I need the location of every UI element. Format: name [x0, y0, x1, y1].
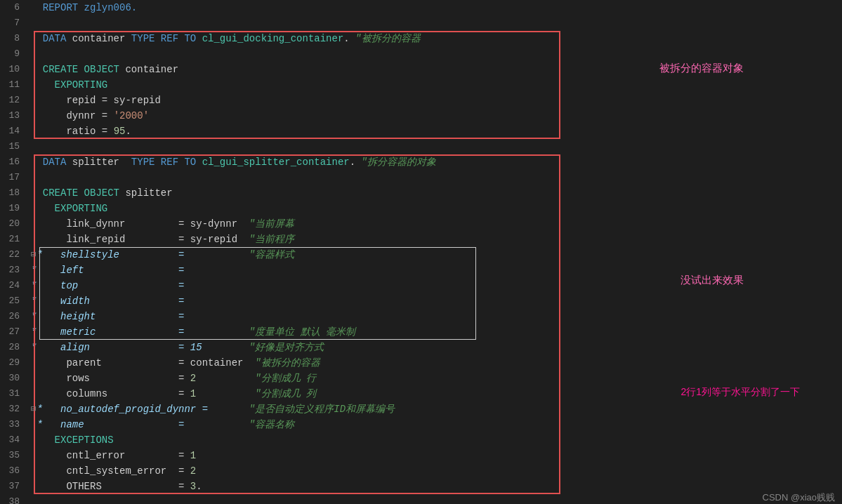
line-number: 38 — [0, 494, 28, 504]
line-number: 19 — [0, 201, 28, 216]
line-content: * align = 15 "好像是对齐方式 — [28, 340, 842, 355]
line-content — [28, 494, 842, 504]
line-content: rows = 2 "分割成几 行 — [28, 371, 842, 386]
table-row: 7 — [0, 15, 842, 31]
line-content — [28, 46, 842, 62]
line-number: 24 — [0, 278, 28, 293]
line-content: * height = — [28, 309, 842, 324]
table-row: 29 parent = container "被拆分的容器 — [0, 355, 842, 371]
line-content — [28, 170, 842, 185]
line-number: 8 — [0, 31, 28, 46]
table-row: 8 DATA container TYPE REF TO cl_gui_dock… — [0, 31, 842, 46]
line-number: 18 — [0, 185, 28, 201]
table-row: 18 CREATE OBJECT splitter — [0, 185, 842, 201]
line-content: DATA splitter TYPE REF TO cl_gui_splitte… — [28, 154, 842, 170]
table-row: 21 link_repid = sy-repid "当前程序 — [0, 232, 842, 247]
line-number: 29 — [0, 355, 28, 371]
line-content: EXCEPTIONS — [28, 432, 842, 448]
line-content: * no_autodef_progid_dynnr = "是否自动定义程序ID和… — [28, 402, 842, 417]
line-number: 13 — [0, 108, 28, 124]
table-row: 16 DATA splitter TYPE REF TO cl_gui_spli… — [0, 154, 842, 170]
line-content: * name = "容器名称 — [28, 417, 842, 432]
line-content: repid = sy-repid — [28, 93, 842, 108]
line-content: * shellstyle = "容器样式 — [28, 247, 842, 263]
line-number: 9 — [0, 46, 28, 62]
table-row: 36 cntl_system_error = 2 — [0, 463, 842, 479]
annotation-two-rows: 2行1列等于水平分割了一下 — [680, 386, 800, 399]
table-row: 32 * no_autodef_progid_dynnr = "是否自动定义程序… — [0, 402, 842, 417]
line-number: 6 — [0, 0, 28, 15]
line-number: 32 — [0, 402, 28, 417]
table-row: 22 * shellstyle = "容器样式 — [0, 247, 842, 263]
line-content: dynnr = '2000' — [28, 108, 842, 124]
table-row: 37 OTHERS = 3. — [0, 479, 842, 494]
line-content: ratio = 95. — [28, 124, 842, 139]
table-row: 12 repid = sy-repid — [0, 93, 842, 108]
table-row: 35 cntl_error = 1 — [0, 448, 842, 463]
code-lines: 6 REPORT zglyn006.7 8 DATA container TYP… — [0, 0, 842, 504]
line-number: 14 — [0, 124, 28, 139]
table-row: 15 — [0, 139, 842, 154]
annotation-no-effect: 没试出来效果 — [680, 274, 744, 287]
line-number: 25 — [0, 293, 28, 309]
line-number: 17 — [0, 170, 28, 185]
table-row: 27* metric = "度量单位 默认 毫米制 — [0, 324, 842, 340]
line-content: EXPORTING — [28, 201, 842, 216]
line-content: CREATE OBJECT splitter — [28, 185, 842, 201]
line-number: 7 — [0, 15, 28, 31]
table-row: 30 rows = 2 "分割成几 行 — [0, 371, 842, 386]
table-row: 28* align = 15 "好像是对齐方式 — [0, 340, 842, 355]
line-number: 37 — [0, 479, 28, 494]
line-number: 23 — [0, 263, 28, 278]
line-number: 21 — [0, 232, 28, 247]
line-number: 15 — [0, 139, 28, 154]
line-number: 34 — [0, 432, 28, 448]
table-row: 19 EXPORTING — [0, 201, 842, 216]
table-row: 14 ratio = 95. — [0, 124, 842, 139]
table-row: 11 EXPORTING — [0, 77, 842, 93]
table-row: 34 EXCEPTIONS — [0, 432, 842, 448]
line-content: cntl_error = 1 — [28, 448, 842, 463]
line-number: 11 — [0, 77, 28, 93]
line-content — [28, 139, 842, 154]
line-content: * metric = "度量单位 默认 毫米制 — [28, 324, 842, 340]
table-row: 9 — [0, 46, 842, 62]
collapse-icon[interactable]: ⊟ — [31, 404, 36, 414]
line-content: link_dynnr = sy-dynnr "当前屏幕 — [28, 216, 842, 232]
line-number: 10 — [0, 62, 28, 77]
line-number: 33 — [0, 417, 28, 432]
line-number: 12 — [0, 93, 28, 108]
table-row: 6 REPORT zglyn006. — [0, 0, 842, 15]
line-number: 20 — [0, 216, 28, 232]
line-content: OTHERS = 3. — [28, 479, 842, 494]
line-content: DATA container TYPE REF TO cl_gui_dockin… — [28, 31, 842, 46]
line-content: * width = — [28, 293, 842, 309]
line-number: 30 — [0, 371, 28, 386]
line-number: 27 — [0, 324, 28, 340]
collapse-icon[interactable]: ⊟ — [31, 250, 36, 260]
line-number: 22 — [0, 247, 28, 263]
line-number: 28 — [0, 340, 28, 355]
line-content: REPORT zglyn006. — [28, 0, 842, 15]
line-number: 36 — [0, 463, 28, 479]
table-row: 25* width = — [0, 293, 842, 309]
line-content — [28, 15, 842, 31]
line-number: 35 — [0, 448, 28, 463]
table-row: 33 * name = "容器名称 — [0, 417, 842, 432]
table-row: 20 link_dynnr = sy-dynnr "当前屏幕 — [0, 216, 842, 232]
line-number: 16 — [0, 154, 28, 170]
annotation-container-object: 被拆分的容器对象 — [659, 62, 744, 75]
code-editor: 被拆分的容器对象 没试出来效果 2行1列等于水平分割了一下 CSDN @xiao… — [0, 0, 842, 504]
table-row: 13 dynnr = '2000' — [0, 108, 842, 124]
line-number: 31 — [0, 386, 28, 402]
line-content: EXPORTING — [28, 77, 842, 93]
line-content: cntl_system_error = 2 — [28, 463, 842, 479]
line-number: 26 — [0, 309, 28, 324]
table-row: 38 — [0, 494, 842, 504]
table-row: 17 — [0, 170, 842, 185]
table-row: 26* height = — [0, 309, 842, 324]
line-content: parent = container "被拆分的容器 — [28, 355, 842, 371]
line-content: link_repid = sy-repid "当前程序 — [28, 232, 842, 247]
